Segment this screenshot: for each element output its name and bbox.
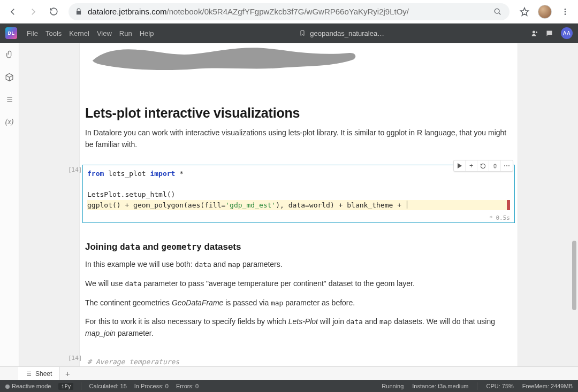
workspace: (x) Lets-plot interactive visualizations… xyxy=(0,43,578,366)
bookmark-icon[interactable] xyxy=(299,29,306,37)
paragraph-3: The continent geometries GeoDataFrame is… xyxy=(85,297,512,309)
reactive-mode[interactable]: Reactive mode xyxy=(5,383,51,389)
sheet-tabs: Sheet + xyxy=(0,366,578,380)
code-cell-14b[interactable]: [14] # Average temperatures climat_data … xyxy=(83,353,514,366)
svg-point-2 xyxy=(565,11,566,12)
back-button[interactable] xyxy=(4,3,21,20)
more-cell-button[interactable]: ⋯ xyxy=(501,160,513,171)
search-in-page-icon[interactable] xyxy=(492,3,503,20)
paragraph-1: In this example we will use both: data a… xyxy=(85,259,512,271)
tab-sheet[interactable]: Sheet xyxy=(18,366,60,380)
cell-footer: *0.5s xyxy=(83,213,514,222)
code-block[interactable]: # Average temperatures climat_data = dic… xyxy=(83,353,514,366)
add-cell-button[interactable]: + xyxy=(466,160,477,171)
menu-file[interactable]: File xyxy=(27,29,38,37)
notebook-title[interactable]: geopandas_naturalea… xyxy=(310,29,384,37)
errors-status: Errors: 0 xyxy=(176,383,199,389)
svg-point-0 xyxy=(495,9,499,13)
lock-icon xyxy=(75,8,82,16)
map-output xyxy=(80,43,518,86)
delete-cell-button[interactable] xyxy=(489,160,501,171)
section-heading: Lets-plot interactive visualizations xyxy=(85,105,512,121)
tab-label: Sheet xyxy=(35,370,52,378)
notebook: Lets-plot interactive visualizations In … xyxy=(79,43,518,366)
editor-area: Lets-plot interactive visualizations In … xyxy=(19,43,578,366)
svg-point-3 xyxy=(565,13,566,15)
user-avatar-badge[interactable]: AA xyxy=(561,27,573,39)
comments-icon[interactable] xyxy=(545,29,553,37)
left-rail: (x) xyxy=(0,43,19,366)
mem-status: FreeMem: 2449MB xyxy=(522,383,573,389)
cpu-status: CPU: 75% xyxy=(486,383,513,389)
subsection-heading: Joining data and geometry datasets xyxy=(85,242,512,252)
svg-point-1 xyxy=(565,9,566,10)
address-bar[interactable]: datalore.jetbrains.com/notebook/0k5R4AZg… xyxy=(69,3,509,20)
add-sheet-button[interactable]: + xyxy=(60,367,75,380)
code-cell-14-active[interactable]: [14] + ⋯ from lets_plot import * LetsPlo… xyxy=(83,165,514,222)
inprocess-status: In Process: 0 xyxy=(134,383,169,389)
share-icon[interactable] xyxy=(530,29,538,37)
app-menu-bar: DL File Tools Kernel View Run Help geopa… xyxy=(0,24,578,43)
url-text: datalore.jetbrains.com/notebook/0k5R4AZg… xyxy=(88,7,487,16)
datalore-logo-icon[interactable]: DL xyxy=(5,27,17,39)
toc-icon[interactable] xyxy=(4,94,15,105)
cell-exec-label: [14] xyxy=(68,355,81,362)
reload-button[interactable] xyxy=(45,3,62,20)
menu-tools[interactable]: Tools xyxy=(45,29,62,37)
forward-button[interactable] xyxy=(25,3,42,20)
cell-exec-label: [14] xyxy=(68,166,81,173)
run-cell-button[interactable] xyxy=(454,160,466,171)
scrollbar-thumb[interactable] xyxy=(572,241,576,310)
cell-toolbar: + ⋯ xyxy=(453,160,513,172)
attach-icon[interactable] xyxy=(4,49,15,60)
chrome-menu-icon[interactable] xyxy=(557,3,574,20)
paragraph-4: For this to work it is also necessary to… xyxy=(85,316,512,339)
calculated-status: Calculated: 15 xyxy=(89,383,126,389)
status-bar: Reactive mode iPy Calculated: 15 In Proc… xyxy=(0,380,578,392)
restart-cell-button[interactable] xyxy=(477,160,489,171)
package-icon[interactable] xyxy=(4,72,15,82)
menu-kernel[interactable]: Kernel xyxy=(69,29,89,37)
paragraph-2: We will use data parameter to pass "aver… xyxy=(85,278,512,290)
browser-toolbar: datalore.jetbrains.com/notebook/0k5R4AZg… xyxy=(0,0,578,24)
running-status: Running xyxy=(382,383,404,389)
sheet-icon xyxy=(26,371,32,377)
menu-help[interactable]: Help xyxy=(140,29,154,37)
editor-scroll[interactable]: Lets-plot interactive visualizations In … xyxy=(19,43,571,366)
profile-avatar[interactable] xyxy=(536,3,553,20)
code-editor[interactable]: from lets_plot import * LetsPlot.setup_h… xyxy=(83,165,514,213)
kernel-badge[interactable]: iPy xyxy=(58,383,73,390)
scrollbar[interactable] xyxy=(572,43,576,366)
variables-icon[interactable]: (x) xyxy=(4,117,15,127)
instance-status: Instance: t3a.medium xyxy=(412,383,468,389)
intro-paragraph: In Datalore you can work with interactiv… xyxy=(85,127,512,150)
menu-view[interactable]: View xyxy=(97,29,112,37)
bookmark-star-icon[interactable] xyxy=(516,3,533,20)
menu-run[interactable]: Run xyxy=(119,29,132,37)
